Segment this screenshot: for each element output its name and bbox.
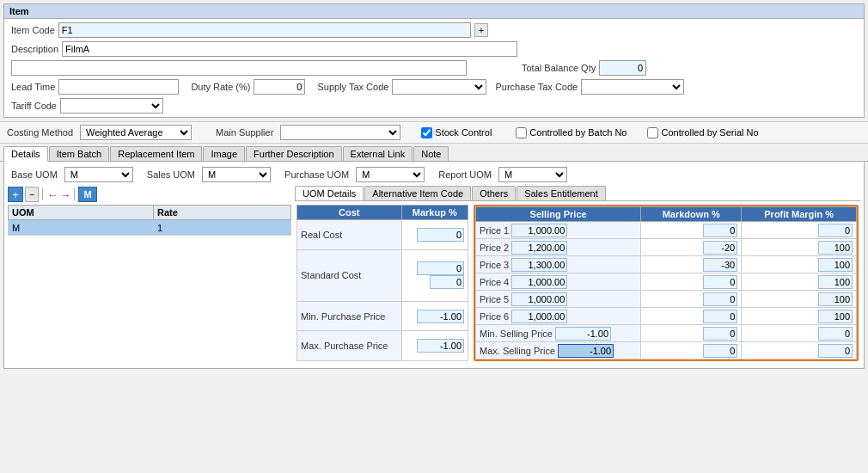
table-row: Price 5 <box>476 291 857 308</box>
stock-control-checkbox-wrap[interactable]: Stock Control <box>421 127 492 138</box>
sub-tab-sales-entitlement[interactable]: Sales Entitlement <box>517 186 606 200</box>
markup-header: Markup % <box>401 206 468 220</box>
purchase-tax-code-select[interactable] <box>581 79 684 95</box>
selling-price-section: Selling Price Markdown % Profit Margin %… <box>474 205 859 361</box>
duty-rate-input[interactable] <box>254 79 305 95</box>
item-panel: Item Item Code + Description Total Balan… <box>3 3 865 118</box>
uom-arrow-left[interactable]: ← <box>46 188 58 201</box>
table-row: Real Cost <box>297 220 468 250</box>
controlled-batch-label: Controlled by Batch No <box>529 127 627 138</box>
price5-markdown[interactable] <box>703 292 737 306</box>
sales-uom-label: Sales UOM <box>147 169 195 180</box>
real-cost-label: Real Cost <box>297 220 402 250</box>
table-row: Price 2 <box>476 239 857 256</box>
description-input[interactable] <box>62 41 517 57</box>
price5-input[interactable] <box>511 292 567 306</box>
report-uom-label: Report UOM <box>438 169 492 180</box>
main-supplier-label: Main Supplier <box>216 127 273 138</box>
min-selling-profit[interactable] <box>818 327 853 341</box>
table-row: Standard Cost <box>297 249 468 301</box>
tab-details[interactable]: Details <box>3 146 48 162</box>
stock-control-label: Stock Control <box>435 127 492 138</box>
item-code-input[interactable] <box>58 22 471 38</box>
stock-control-checkbox[interactable] <box>421 127 432 138</box>
tables-area: Cost Markup % Real Cost Standard Cost <box>295 201 860 365</box>
min-selling-input[interactable] <box>555 327 611 341</box>
standard-cost-value[interactable] <box>401 249 468 301</box>
report-uom-select[interactable]: M <box>498 167 567 182</box>
sub-tab-uom-details[interactable]: UOM Details <box>295 186 364 200</box>
min-selling-markdown[interactable] <box>703 327 737 341</box>
price2-markdown[interactable] <box>703 241 737 255</box>
price6-input[interactable] <box>511 310 567 323</box>
tab-item-batch[interactable]: Item Batch <box>49 146 110 161</box>
price6-markdown[interactable] <box>703 310 737 323</box>
price3-profit[interactable] <box>818 258 853 272</box>
delete-uom-button[interactable]: − <box>25 187 39 202</box>
purchase-tax-code-label: Purchase Tax Code <box>495 82 578 92</box>
main-content-area: Base UOM M Sales UOM M Purchase UOM M Re… <box>3 162 865 369</box>
min-purchase-input[interactable] <box>417 310 464 323</box>
price4-markdown[interactable] <box>703 275 737 289</box>
max-selling-input[interactable] <box>558 344 614 358</box>
description2-input[interactable] <box>11 60 467 76</box>
price2-profit[interactable] <box>818 241 853 255</box>
tab-replacement-item[interactable]: Replacement Item <box>110 146 202 161</box>
item-code-plus-btn[interactable]: + <box>474 23 488 37</box>
lead-time-input[interactable] <box>58 79 179 95</box>
price1-profit[interactable] <box>818 224 853 237</box>
duty-rate-label: Duty Rate (%) <box>191 82 250 92</box>
tab-note[interactable]: Note <box>413 146 449 161</box>
price1-markdown[interactable] <box>703 224 737 237</box>
tariff-code-select[interactable] <box>60 98 163 114</box>
max-purchase-input[interactable] <box>417 339 464 353</box>
sub-tab-others[interactable]: Others <box>472 186 516 200</box>
tab-external-link[interactable]: External Link <box>343 146 413 161</box>
add-uom-button[interactable]: + <box>8 187 23 202</box>
costing-method-select[interactable]: Weighted Average <box>80 125 192 140</box>
sub-tabs-bar: UOM Details Alternative Item Code Others… <box>295 186 860 201</box>
total-balance-qty-input[interactable] <box>599 60 646 76</box>
price5-profit[interactable] <box>818 292 853 306</box>
price4-input[interactable] <box>511 275 567 289</box>
uom-left-panel: + − ← → M UOM Rate M 1 <box>8 186 291 365</box>
sub-tab-alternative-item-code[interactable]: Alternative Item Code <box>364 186 471 200</box>
min-purchase-value[interactable] <box>401 301 468 331</box>
price1-input[interactable] <box>511 224 567 237</box>
table-row: Min. Purchase Price <box>297 301 468 331</box>
controlled-batch-wrap[interactable]: Controlled by Batch No <box>516 127 627 138</box>
table-row[interactable]: M 1 <box>9 220 291 236</box>
price4-profit[interactable] <box>818 275 853 289</box>
max-purchase-value[interactable] <box>401 331 468 361</box>
controlled-batch-checkbox[interactable] <box>516 127 527 138</box>
real-cost-input[interactable] <box>417 228 464 242</box>
price6-profit[interactable] <box>818 310 853 323</box>
table-row: Min. Selling Price <box>476 325 857 342</box>
tab-further-description[interactable]: Further Description <box>246 146 342 161</box>
sales-uom-select[interactable]: M <box>202 167 271 182</box>
price4-label: Price 4 <box>476 273 641 291</box>
markdown-header: Markdown % <box>641 207 742 222</box>
main-supplier-select[interactable] <box>280 125 400 140</box>
price2-input[interactable] <box>511 241 567 255</box>
max-selling-profit[interactable] <box>818 344 853 358</box>
price3-markdown[interactable] <box>703 258 737 272</box>
base-uom-select[interactable]: M <box>64 167 133 182</box>
standard-cost-input[interactable] <box>417 261 464 275</box>
max-selling-markdown[interactable] <box>703 344 737 358</box>
tab-image[interactable]: Image <box>203 146 245 161</box>
controlled-serial-checkbox[interactable] <box>647 127 658 138</box>
max-purchase-label: Max. Purchase Price <box>297 331 402 361</box>
standard-markup-input[interactable] <box>430 275 464 289</box>
price3-input[interactable] <box>511 258 567 272</box>
supply-tax-code-select[interactable] <box>392 79 486 95</box>
base-uom-label: Base UOM <box>11 169 58 180</box>
rate-cell[interactable]: 1 <box>153 220 290 236</box>
selling-table: Selling Price Markdown % Profit Margin %… <box>475 206 857 359</box>
costing-bar: Costing Method Weighted Average Main Sup… <box>0 121 868 144</box>
controlled-serial-wrap[interactable]: Controlled by Serial No <box>647 127 758 138</box>
purchase-uom-select[interactable]: M <box>356 167 425 182</box>
right-detail-panel: UOM Details Alternative Item Code Others… <box>295 186 860 365</box>
real-cost-value[interactable] <box>401 220 468 250</box>
uom-arrow-right[interactable]: → <box>59 188 70 201</box>
